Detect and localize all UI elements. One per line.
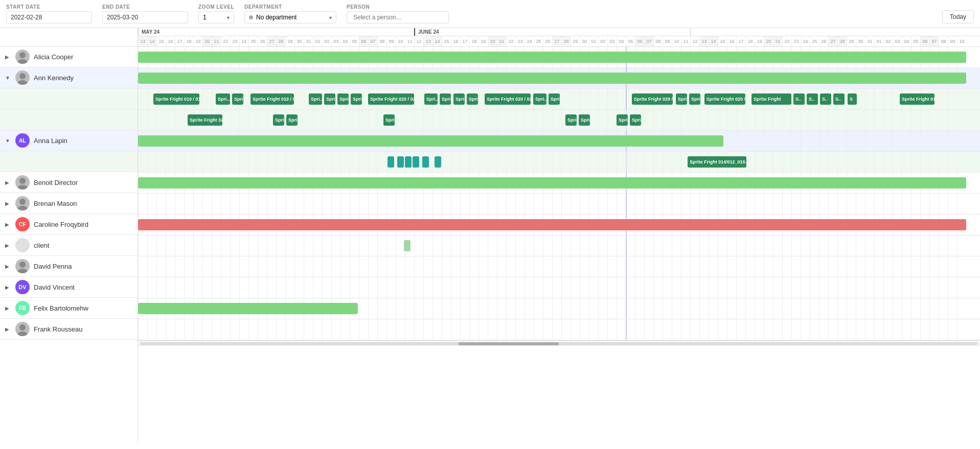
- grid-col: [497, 319, 506, 340]
- expand-arrow-anna[interactable]: ▼: [5, 138, 11, 144]
- expand-arrow-davidp[interactable]: ▶: [5, 264, 11, 269]
- gantt-bar[interactable]: Spri...: [351, 93, 362, 105]
- person-input[interactable]: [347, 11, 449, 23]
- expand-arrow-felix[interactable]: ▶: [5, 305, 11, 311]
- person-row-davidp[interactable]: ▶ David Penna: [0, 256, 138, 277]
- start-date-input[interactable]: [6, 11, 92, 23]
- expand-arrow-ann[interactable]: ▼: [5, 75, 11, 81]
- gantt-bar[interactable]: [138, 135, 723, 147]
- grid-col: [653, 152, 663, 172]
- day-cell: 30: [856, 36, 865, 46]
- gantt-bar[interactable]: Sprite Fright 010 010_0.: [900, 93, 935, 105]
- today-button[interactable]: Today: [942, 10, 974, 23]
- grid-col: [451, 110, 460, 130]
- expand-arrow-benoit[interactable]: ▶: [5, 180, 11, 185]
- gantt-bar[interactable]: [138, 52, 966, 63]
- gantt-bar[interactable]: Spri...: [216, 93, 230, 105]
- scrollbar-thumb[interactable]: [459, 342, 559, 345]
- grid-col: [801, 256, 810, 277]
- gantt-bar[interactable]: Spri...: [424, 93, 438, 105]
- expand-arrow-brenan[interactable]: ▶: [5, 201, 11, 206]
- grid-col: [175, 277, 184, 298]
- expand-arrow-caroline[interactable]: ▶: [5, 222, 11, 227]
- gantt-bar[interactable]: Spri...: [676, 93, 687, 105]
- gantt-bar[interactable]: [435, 156, 441, 168]
- gantt-bar[interactable]: Spri...: [440, 93, 451, 105]
- gantt-bar[interactable]: Spri...: [286, 114, 298, 126]
- gantt-bar[interactable]: Sprite Fright 020 / 020_0...: [704, 93, 745, 105]
- expand-arrow-alicia[interactable]: ▶: [5, 54, 11, 60]
- gantt-bar[interactable]: Spri...: [533, 93, 546, 105]
- gantt-bar[interactable]: S: [848, 93, 857, 105]
- gantt-bar[interactable]: Spri...: [232, 93, 243, 105]
- gantt-bar[interactable]: S..: [807, 93, 818, 105]
- day-cell: 26: [819, 36, 828, 46]
- gantt-bar[interactable]: Spri...: [630, 114, 641, 126]
- gantt-bar[interactable]: [388, 156, 394, 168]
- gantt-bar[interactable]: [138, 219, 966, 230]
- gantt-bar[interactable]: [138, 177, 966, 188]
- gantt-bar[interactable]: Sprite Fright 019 / 010_0040...: [250, 93, 294, 105]
- gantt-bar[interactable]: S..: [793, 93, 805, 105]
- gantt-bar[interactable]: Spri...: [383, 114, 395, 126]
- grid-col: [478, 235, 488, 256]
- person-row-frank[interactable]: ▶ Frank Rousseau: [0, 319, 138, 340]
- gantt-bar[interactable]: Sprite Fright 020 / 020_0...: [632, 93, 673, 105]
- expand-arrow-frank[interactable]: ▶: [5, 326, 11, 332]
- person-row-anna[interactable]: ▼ AL Anna Lapin: [0, 130, 138, 151]
- person-row-caroline[interactable]: ▶ CF Caroline Froqybird: [0, 214, 138, 235]
- person-row-client[interactable]: ▶ client: [0, 235, 138, 256]
- gantt-bar[interactable]: Spri...: [453, 93, 465, 105]
- gantt-bar[interactable]: [397, 156, 404, 168]
- gantt-bar[interactable]: Sprite Fright 010 / 010_0020...: [153, 93, 199, 105]
- day-cell: 27: [828, 36, 837, 46]
- gantt-bar[interactable]: Spri...: [549, 93, 560, 105]
- gantt-bar[interactable]: Sprite Fright 014/012_010...: [688, 156, 746, 168]
- grid-col: [276, 319, 285, 340]
- day-cell: 29: [285, 36, 294, 46]
- person-row-ann[interactable]: ▼ Ann Kennedy: [0, 67, 138, 88]
- grid-col: [285, 235, 294, 256]
- gantt-bar[interactable]: [413, 156, 419, 168]
- person-row-brenan[interactable]: ▶ Brenan Mason: [0, 193, 138, 214]
- grid-col: [552, 152, 561, 172]
- end-date-input[interactable]: [102, 11, 188, 23]
- grid-col: [727, 298, 736, 319]
- person-row-benoit[interactable]: ▶ Benoit Director: [0, 172, 138, 193]
- gantt-bar[interactable]: Spri...: [617, 114, 628, 126]
- gantt-bar[interactable]: [138, 303, 358, 314]
- gantt-bar[interactable]: Spri...: [324, 93, 335, 105]
- gantt-bar[interactable]: Sprite Fright 020 / 020_0...: [485, 93, 531, 105]
- gantt-bar[interactable]: Spri...: [273, 114, 284, 126]
- grid-col: [699, 256, 709, 277]
- gantt-bar[interactable]: Spri...: [309, 93, 322, 105]
- person-row-felix[interactable]: ▶ FB Felix Bartolomehw: [0, 298, 138, 319]
- scrollbar-track[interactable]: [140, 342, 978, 345]
- person-row-alicia[interactable]: ▶ Alicia Cooper: [0, 46, 138, 67]
- person-row-davidv[interactable]: ▶ DV David Vincent: [0, 277, 138, 298]
- grid-col: [359, 319, 368, 340]
- gantt-bar[interactable]: S..: [820, 93, 831, 105]
- gantt-bar[interactable]: Spri...: [565, 114, 577, 126]
- expand-arrow-client[interactable]: ▶: [5, 243, 11, 248]
- gantt-bar[interactable]: Spri...: [467, 93, 478, 105]
- gantt-bar[interactable]: Spri...: [579, 114, 590, 126]
- zoom-input[interactable]: 1 ▾: [198, 11, 234, 23]
- gantt-bar[interactable]: [422, 156, 429, 168]
- gantt-bar[interactable]: Sprite Fright 320 / 020_0...: [188, 114, 222, 126]
- expand-arrow-davidv[interactable]: ▶: [5, 285, 11, 290]
- grid-col: [368, 298, 377, 319]
- gantt-bar[interactable]: S..: [833, 93, 845, 105]
- day-cell: 17: [175, 36, 184, 46]
- person-name-davidv: David Vincent: [34, 283, 75, 291]
- gantt-bar[interactable]: [405, 156, 412, 168]
- department-select[interactable]: No department ▾: [244, 11, 336, 23]
- gantt-bar[interactable]: [138, 73, 966, 84]
- gantt-bar[interactable]: Sprite Fright 020 / 020_0...: [368, 93, 414, 105]
- grid-col: [350, 194, 359, 214]
- gantt-bar[interactable]: [404, 240, 411, 251]
- gantt-bar[interactable]: Spri...: [337, 93, 349, 105]
- grid-col: [929, 194, 939, 214]
- gantt-bar[interactable]: Sprite Fright: [751, 93, 791, 105]
- gantt-bar[interactable]: Spri...: [689, 93, 700, 105]
